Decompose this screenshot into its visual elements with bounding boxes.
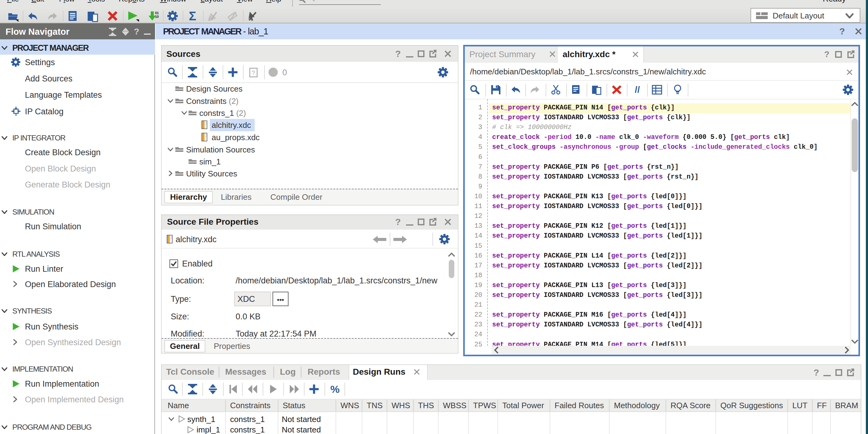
svg-text:?: ?	[252, 69, 255, 76]
svg-text:01: 01	[155, 11, 159, 15]
svg-text:10: 10	[155, 15, 159, 19]
